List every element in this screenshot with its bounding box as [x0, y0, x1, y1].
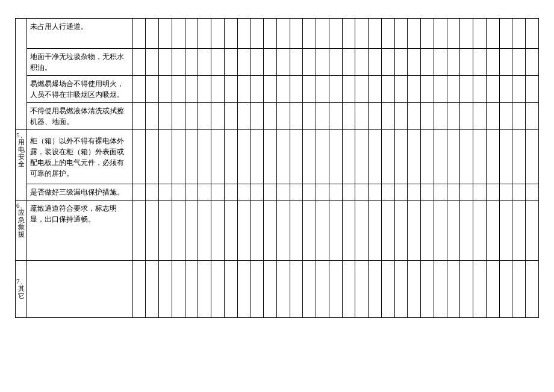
table-row: 7、其它	[16, 261, 539, 318]
table-row: 不得使用易燃液体清洗或拭擦机器、地面。	[16, 103, 539, 130]
desc-cell: 地面干净无垃圾杂物，无积水积油。	[26, 49, 132, 76]
desc-cell: 疏散通道符合要求，标志明显，出口保持通畅。	[26, 201, 132, 261]
table-row: 6、应急救援 疏散通道符合要求，标志明显，出口保持通畅。	[16, 201, 539, 261]
category-cell-6: 6、应急救援	[16, 201, 27, 261]
category-cell-5: 5、用电安全	[16, 130, 27, 201]
table-row: 易燃易爆场合不得使用明火，人员不得在非吸烟区内吸烟。	[16, 76, 539, 103]
desc-cell: 易燃易爆场合不得使用明火，人员不得在非吸烟区内吸烟。	[26, 76, 132, 103]
category-cell-7: 7、其它	[16, 261, 27, 318]
table-row: 5、用电安全 柜（箱）以外不得有裸电体外露，装设在柜（箱）外表面或配电板上的电气…	[16, 130, 539, 184]
table-row: 是否做好三级漏电保护措施。	[16, 184, 539, 201]
desc-cell: 是否做好三级漏电保护措施。	[26, 184, 132, 201]
inspection-checklist-table: 未占用人行通道。 地面干净无垃圾杂物，无积水积油。 易燃易爆场合不得使用明火，人…	[15, 18, 539, 318]
desc-cell: 不得使用易燃液体清洗或拭擦机器、地面。	[26, 103, 132, 130]
desc-cell: 柜（箱）以外不得有裸电体外露，装设在柜（箱）外表面或配电板上的电气元件，必须有可…	[26, 130, 132, 184]
desc-cell	[26, 261, 132, 318]
table-row: 未占用人行通道。	[16, 19, 539, 49]
table-row: 地面干净无垃圾杂物，无积水积油。	[16, 49, 539, 76]
desc-cell: 未占用人行通道。	[26, 19, 132, 49]
